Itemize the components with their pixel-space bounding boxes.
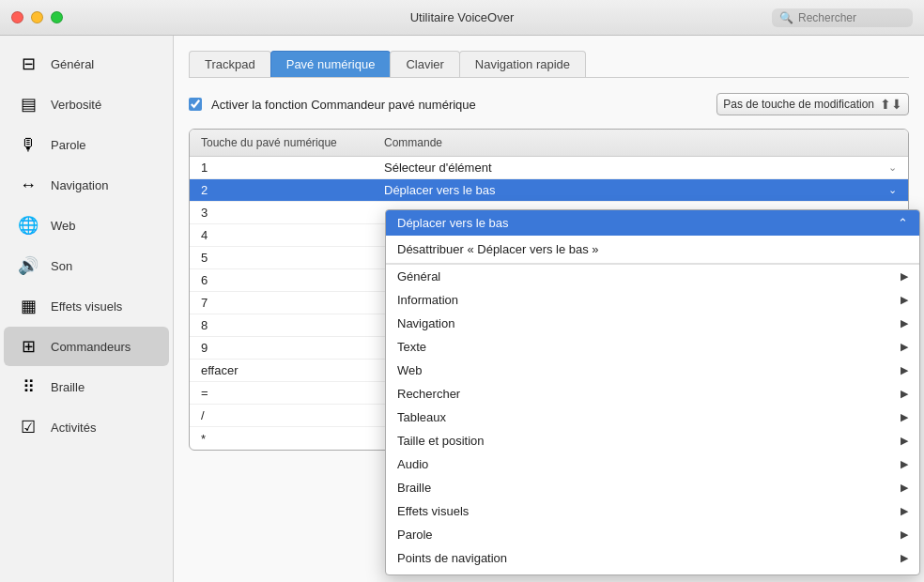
table-cell-key: 7 [190, 293, 373, 313]
dropdown-item-arrow-icon: ▶ [901, 435, 908, 447]
sidebar-icon-verbosite: ▤ [15, 91, 41, 117]
table-cell-cmd: Sélecteur d'élément ⌄ [373, 158, 908, 177]
dropdown-item[interactable]: Audio ▶ [386, 452, 919, 476]
dropdown-item[interactable]: Effets visuels ▶ [386, 499, 919, 523]
table-cell-key: 6 [190, 270, 373, 290]
select-arrows-icon: ⬆⬇ [880, 97, 902, 112]
dropdown-item-label: Braille [397, 481, 431, 495]
sidebar-item-web[interactable]: 🌐 Web [4, 206, 169, 245]
minimize-button[interactable] [31, 11, 43, 23]
modifier-key-select[interactable]: Pas de touche de modification ⬆⬇ [716, 93, 909, 115]
sidebar-item-navigation[interactable]: ↔ Navigation [4, 165, 169, 205]
sidebar-item-commandeurs[interactable]: ⊞ Commandeurs [4, 327, 169, 366]
tab-navigation-rapide[interactable]: Navigation rapide [459, 51, 586, 77]
sidebar-item-effets-visuels[interactable]: ▦ Effets visuels [4, 286, 169, 326]
table-row[interactable]: 2 Déplacer vers le bas ⌄ [190, 179, 908, 202]
modifier-key-label: Pas de touche de modification [723, 98, 874, 111]
dropdown-item[interactable]: Information ▶ [386, 288, 919, 312]
command-dropdown: Déplacer vers le bas ⌃ Désattribuer « Dé… [385, 209, 920, 575]
sidebar-icon-web: 🌐 [15, 212, 41, 238]
sidebar-label-verbosite: Verbosité [51, 98, 101, 112]
window-controls [11, 11, 63, 23]
dropdown-item[interactable]: Taille et position ▶ [386, 429, 919, 452]
dropdown-item[interactable]: Web ▶ [386, 359, 919, 382]
sidebar-icon-activites: ☑ [15, 414, 41, 440]
sidebar-label-commandeurs: Commandeurs [51, 340, 131, 354]
dropdown-item[interactable]: Braille ▶ [386, 476, 919, 499]
sidebar-item-parole[interactable]: 🎙 Parole [4, 125, 169, 164]
dropdown-item-label: Audio [397, 457, 428, 471]
sidebar-label-web: Web [51, 219, 76, 233]
dropdown-item-arrow-icon: ▶ [901, 528, 908, 541]
dropdown-header-chevron: ⌃ [898, 216, 908, 230]
table-row[interactable]: 1 Sélecteur d'élément ⌄ [190, 157, 908, 179]
sidebar-label-general: Général [51, 57, 94, 71]
table-cell-key: * [190, 429, 373, 449]
sidebar-item-verbosite[interactable]: ▤ Verbosité [4, 84, 169, 124]
main-layout: ⊟ Général ▤ Verbosité 🎙 Parole ↔ Navigat… [0, 36, 924, 582]
sidebar-icon-son: 🔊 [15, 253, 41, 279]
sidebar: ⊟ Général ▤ Verbosité 🎙 Parole ↔ Navigat… [0, 36, 174, 582]
dropdown-item[interactable]: Parole ▶ [386, 523, 919, 546]
tab-pave-numerique[interactable]: Pavé numérique [270, 51, 392, 77]
dropdown-item[interactable]: Navigation ▶ [386, 312, 919, 335]
table-cell-key: / [190, 406, 373, 425]
dropdown-item-label: Web [397, 363, 423, 377]
unassign-item[interactable]: Désattribuer « Déplacer vers le bas » [386, 236, 919, 264]
dropdown-item-arrow-icon: ▶ [901, 411, 908, 423]
dropdown-item-arrow-icon: ▶ [901, 317, 908, 329]
search-box[interactable]: 🔍 [772, 8, 913, 27]
sidebar-item-braille[interactable]: ⠿ Braille [4, 367, 169, 406]
dropdown-items-list: Général ▶ Information ▶ Navigation ▶ Tex… [386, 265, 919, 574]
search-icon: 🔍 [779, 11, 793, 24]
dropdown-item[interactable]: Rechercher ▶ [386, 382, 919, 406]
window-title: Utilitaire VoiceOver [410, 10, 515, 24]
sidebar-icon-commandeurs: ⊞ [15, 333, 41, 360]
titlebar: Utilitaire VoiceOver 🔍 [0, 0, 924, 36]
sidebar-icon-effets-visuels: ▦ [15, 293, 41, 319]
sidebar-label-parole: Parole [51, 138, 86, 152]
dropdown-header: Déplacer vers le bas ⌃ [386, 210, 919, 236]
tab-clavier[interactable]: Clavier [390, 51, 459, 77]
tab-trackpad[interactable]: Trackpad [189, 51, 271, 77]
sidebar-icon-general: ⊟ [15, 51, 41, 77]
dropdown-header-label: Déplacer vers le bas [397, 216, 509, 230]
table-header: Touche du pavé numérique Commande [190, 130, 908, 157]
table-cell-key: 1 [190, 158, 373, 177]
dropdown-item-arrow-icon: ▶ [901, 458, 908, 470]
dropdown-item-label: Tableaux [397, 410, 446, 424]
dropdown-item[interactable]: Général ▶ [386, 265, 919, 288]
dropdown-item[interactable]: Texte ▶ [386, 335, 919, 359]
search-input[interactable] [798, 11, 905, 24]
sidebar-label-effets-visuels: Effets visuels [51, 299, 122, 314]
table-cell-cmd: Déplacer vers le bas ⌄ [373, 180, 908, 200]
sidebar-item-son[interactable]: 🔊 Son [4, 246, 169, 285]
dropdown-item-arrow-icon: ▶ [901, 270, 908, 283]
dropdown-item[interactable]: Points de navigation ▶ [386, 546, 919, 570]
enable-commander-checkbox[interactable] [189, 98, 202, 111]
cmd-label: Sélecteur d'élément [384, 161, 492, 175]
table-cell-key: 8 [190, 315, 373, 335]
sidebar-item-general[interactable]: ⊟ Général [4, 44, 169, 84]
sidebar-label-activites: Activités [51, 421, 96, 435]
table-cell-key: 9 [190, 338, 373, 358]
dropdown-item-arrow-icon: ▶ [901, 294, 908, 306]
dropdown-item[interactable]: Commandes personnalisées ▶ [386, 570, 919, 574]
table-cell-key: 5 [190, 248, 373, 268]
dropdown-item-label: Parole [397, 528, 433, 542]
sidebar-label-braille: Braille [51, 380, 85, 394]
dropdown-item-label: Navigation [397, 316, 454, 330]
sidebar-icon-braille: ⠿ [15, 374, 41, 400]
sidebar-item-activites[interactable]: ☑ Activités [4, 407, 169, 447]
dropdown-item-label: Général [397, 269, 440, 283]
dropdown-item-label: Texte [397, 340, 426, 354]
col-header-cmd: Commande [373, 134, 908, 151]
dropdown-item-arrow-icon: ▶ [901, 552, 908, 564]
tab-bar: TrackpadPavé numériqueClavierNavigation … [189, 51, 909, 78]
dropdown-item-arrow-icon: ▶ [901, 482, 908, 494]
dropdown-item[interactable]: Tableaux ▶ [386, 406, 919, 429]
close-button[interactable] [11, 11, 23, 23]
table-cell-key: 2 [190, 180, 373, 200]
maximize-button[interactable] [51, 11, 63, 23]
dropdown-item-arrow-icon: ▶ [901, 505, 908, 517]
